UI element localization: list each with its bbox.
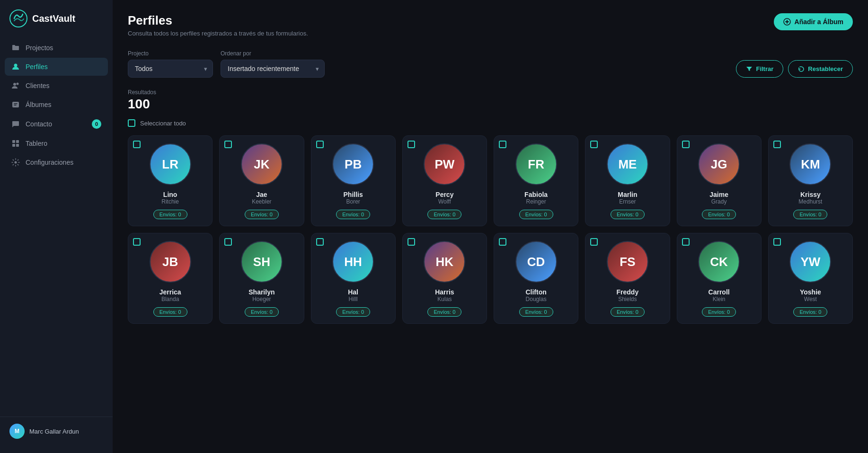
sort-filter-label: Ordenar por (221, 50, 325, 57)
profile-card-checkbox[interactable] (224, 238, 232, 246)
chat-icon (11, 120, 20, 128)
sort-filter-group: Ordenar por Insertado recientemente (221, 50, 325, 78)
sidebar-footer: M Marc Gallar Ardun (0, 417, 113, 445)
sidebar-item-albumes[interactable]: Álbumes (5, 96, 108, 114)
profile-card[interactable]: CD Clifton Douglas Envíos: 0 (494, 233, 578, 324)
profile-card[interactable]: FS Freddy Shields Envíos: 0 (585, 233, 670, 324)
profile-card-checkbox[interactable] (133, 141, 141, 148)
envios-badge: Envíos: 0 (153, 210, 187, 219)
page-title: Perfiles (128, 13, 308, 28)
profile-card[interactable]: JK Jae Keebler Envíos: 0 (219, 135, 304, 226)
sidebar-item-configuraciones[interactable]: Configuraciones (5, 153, 108, 171)
profile-card[interactable]: LR Lino Ritchie Envíos: 0 (128, 135, 213, 226)
sidebar-item-clientes[interactable]: Clientes (5, 77, 108, 95)
sidebar-item-projectos[interactable]: Projectos (5, 39, 108, 57)
profile-lastname: Hilll (348, 296, 357, 302)
profile-avatar: JK (241, 143, 283, 185)
profile-card[interactable]: YW Yoshie West Envíos: 0 (768, 233, 853, 324)
svg-point-2 (13, 83, 16, 86)
profile-card[interactable]: ME Marlin Ernser Envíos: 0 (585, 135, 670, 226)
profile-card-checkbox[interactable] (316, 141, 324, 148)
sidebar: CastVault Projectos Perfiles C (0, 0, 113, 453)
reset-button[interactable]: Restablecer (788, 60, 853, 78)
profiles-grid: LR Lino Ritchie Envíos: 0 JK Jae Keebler… (128, 135, 853, 324)
envios-badge: Envíos: 0 (427, 307, 461, 317)
project-select-wrapper: Todos (128, 60, 213, 78)
album-icon (11, 100, 20, 109)
results-section: Resultados 100 (128, 89, 853, 112)
svg-rect-8 (16, 144, 19, 147)
profile-card[interactable]: JG Jaime Grady Envíos: 0 (677, 135, 762, 226)
sort-select[interactable]: Insertado recientemente (221, 60, 325, 78)
profile-firstname: Krissy (800, 191, 821, 198)
svg-rect-5 (12, 140, 15, 143)
profile-lastname: Reinger (526, 198, 546, 205)
profile-card-checkbox[interactable] (590, 141, 598, 148)
profile-avatar: KM (789, 143, 831, 185)
profile-card[interactable]: KM Krissy Medhurst Envíos: 0 (768, 135, 853, 226)
profile-firstname: Phillis (344, 191, 363, 198)
envios-badge: Envíos: 0 (427, 210, 461, 219)
profile-lastname: West (804, 296, 817, 302)
profile-card[interactable]: FR Fabiola Reinger Envíos: 0 (494, 135, 578, 226)
profile-card-checkbox[interactable] (682, 238, 690, 246)
profile-card-checkbox[interactable] (499, 238, 506, 246)
page-title-section: Perfiles Consulta todos los perfiles reg… (128, 13, 308, 37)
envios-badge: Envíos: 0 (336, 307, 370, 317)
svg-point-1 (14, 64, 18, 67)
sidebar-item-label: Tablero (26, 140, 47, 147)
profile-card-checkbox[interactable] (773, 238, 781, 246)
profile-lastname: Ernser (619, 198, 636, 205)
profile-firstname: Clifton (525, 288, 546, 296)
profile-card-checkbox[interactable] (682, 141, 690, 148)
profile-lastname: Grady (711, 198, 727, 205)
main-content: Perfiles Consulta todos los perfiles reg… (113, 0, 868, 453)
profile-card[interactable]: SH Sharilyn Hoeger Envíos: 0 (219, 233, 304, 324)
profile-card-checkbox[interactable] (224, 141, 232, 148)
envios-badge: Envíos: 0 (153, 307, 187, 317)
profile-card[interactable]: JB Jerrica Blanda Envíos: 0 (128, 233, 213, 324)
profile-card[interactable]: HK Harris Kulas Envíos: 0 (402, 233, 487, 324)
profile-firstname: Percy (435, 191, 453, 198)
svg-rect-6 (16, 140, 19, 143)
profile-card-checkbox[interactable] (133, 238, 141, 246)
profile-firstname: Sharilyn (248, 288, 275, 296)
profile-lastname: Blanda (161, 296, 179, 302)
profile-card[interactable]: PB Phillis Borer Envíos: 0 (311, 135, 396, 226)
filter-icon (746, 66, 753, 72)
sidebar-item-label: Contacto (26, 120, 52, 128)
envios-badge: Envíos: 0 (519, 210, 553, 219)
profile-card-checkbox[interactable] (316, 238, 324, 246)
profile-card-checkbox[interactable] (407, 238, 415, 246)
sidebar-item-contacto[interactable]: Contacto 0 (5, 115, 108, 133)
svg-rect-4 (12, 102, 19, 107)
sidebar-item-tablero[interactable]: Tablero (5, 134, 108, 152)
profile-card[interactable]: HH Hal Hilll Envíos: 0 (311, 233, 396, 324)
profile-firstname: Freddy (617, 288, 639, 296)
select-all-checkbox[interactable] (128, 119, 135, 127)
profile-avatar: ME (607, 143, 648, 185)
envios-badge: Envíos: 0 (611, 210, 645, 219)
envios-badge: Envíos: 0 (611, 307, 645, 317)
profile-card-checkbox[interactable] (590, 238, 598, 246)
profile-firstname: Lino (163, 191, 177, 198)
profile-firstname: Fabiola (524, 191, 548, 198)
profile-card-checkbox[interactable] (499, 141, 506, 148)
brand-logo[interactable]: CastVault (0, 0, 113, 39)
profile-firstname: Jae (256, 191, 267, 198)
profile-firstname: Harris (435, 288, 454, 296)
profile-card-checkbox[interactable] (773, 141, 781, 148)
filter-button[interactable]: Filtrar (736, 60, 783, 78)
gear-icon (11, 158, 20, 167)
profile-card-checkbox[interactable] (407, 141, 415, 148)
profile-avatar: FS (607, 241, 648, 283)
project-select[interactable]: Todos (128, 60, 213, 78)
profile-card[interactable]: CK Carroll Klein Envíos: 0 (677, 233, 762, 324)
sidebar-item-perfiles[interactable]: Perfiles (5, 58, 108, 76)
select-all-row: Seleccionar todo (128, 119, 853, 127)
profile-card[interactable]: PW Percy Wolff Envíos: 0 (402, 135, 487, 226)
user-icon (11, 62, 20, 71)
profile-firstname: Yoshie (800, 288, 821, 296)
add-album-button[interactable]: Añadir a Álbum (774, 13, 853, 30)
footer-username: Marc Gallar Ardun (29, 428, 79, 435)
